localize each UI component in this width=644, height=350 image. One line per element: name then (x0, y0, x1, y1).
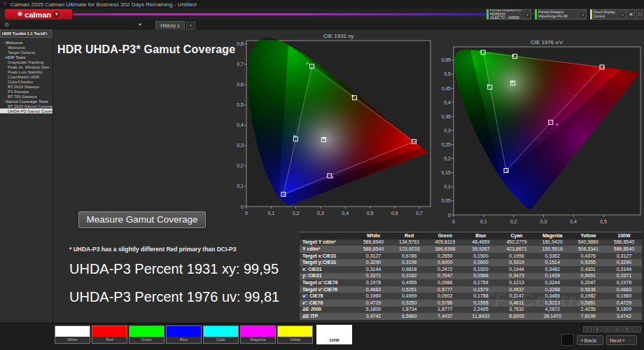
table-cell: 0,5355 (570, 259, 606, 266)
measured-point-magenta (556, 123, 558, 125)
table-row-label: v': CIE76 (300, 300, 356, 307)
calman-logo-button[interactable]: ✳ calman ▾ (5, 9, 72, 20)
sidebar-item-peak-vs-window-size[interactable]: Peak vs. Window Size (0, 64, 52, 69)
table-column-header: Yellow (570, 232, 606, 239)
next-button[interactable]: Next ▸ (606, 335, 637, 345)
table-cell: 0,1754 (463, 279, 498, 286)
tab-history-1[interactable]: History 1 (155, 21, 185, 29)
calman-logo-icon: ✳ (18, 11, 23, 18)
sidebar-item-p3-sweeps[interactable]: P3 Sweeps (0, 89, 52, 94)
table-cell: 0,3290 (356, 259, 391, 266)
pattern-swatch-green[interactable]: Green (129, 326, 164, 344)
device-dropdown-icon[interactable]: ▾ (620, 13, 625, 18)
header-bar: ✳ calman ▾ Portrait Displays C6 HDR5000O… (0, 8, 644, 20)
sidebar-item-colorchecker[interactable]: ColorChecker (0, 79, 52, 84)
x-tick-label: 0,3 (540, 219, 547, 224)
y-tick-label: 0,55 (441, 57, 451, 62)
device-dropdown-icon[interactable]: ▾ (525, 13, 530, 18)
table-cell: 0,1996 (499, 253, 535, 260)
sidebar-item-bt-2020-gamut-coverage[interactable]: BT.2020 Gamut Coverage (0, 104, 52, 108)
sidebar-item-colormatch-hdr[interactable]: ColorMatch HDR (0, 74, 52, 79)
y-tick-label: 0,05 (441, 198, 451, 203)
table-cell: 0,1514 (535, 259, 570, 266)
table-row-label: Target x:CIE31 (300, 253, 356, 260)
table-cell: 0,1788 (463, 293, 498, 300)
swatch-label: Red (92, 337, 127, 343)
table-cell: 181,0420 (535, 239, 570, 246)
table-cell: 0,1960 (356, 293, 391, 300)
table-cell: 0,1978 (356, 279, 391, 286)
sidebar-section[interactable]: - HDR Tests (0, 55, 52, 59)
pattern-swatch-red[interactable]: Red (92, 326, 127, 344)
table-cell: 0,3371 (606, 273, 642, 280)
swatch-color-block (278, 326, 312, 337)
measure-gamut-coverage-button[interactable]: Measure Gamut Coverage (78, 211, 206, 228)
mini-toolbar-button-2[interactable]: ▸ (593, 326, 602, 332)
pattern-swatch-white[interactable]: White (55, 326, 90, 344)
x-tick-label: 0 (452, 219, 455, 224)
sidebar-section[interactable]: - Gamut Coverage Tests (0, 99, 52, 104)
device-button-1[interactable]: Portrait Displays C6 HDR5000OLED TV - (W… (486, 9, 531, 20)
x-tick-label: 0,6 (391, 211, 398, 216)
sidebar-item-bt-709-sweeps[interactable]: BT.709 Sweeps (0, 94, 52, 99)
screenshot-icon-button[interactable]: ▣ (627, 9, 635, 20)
table-cell: 7,8196 (570, 313, 606, 320)
table-cell: 0,3144 (356, 266, 391, 273)
sidebar-item-bt-2020-sweeps[interactable]: BT.2020 Sweeps (0, 84, 52, 89)
table-cell: 0,3127 (356, 253, 391, 260)
table-row-label: Target u':CIE76 (300, 279, 356, 286)
table-row-label: Target v':CIE76 (300, 286, 356, 293)
mini-toolbar-button-1[interactable]: ▫ (583, 326, 592, 332)
table-row-label: ΔE ITP (300, 313, 356, 320)
y-tick-label: 0,5 (444, 71, 451, 76)
device-button-3[interactable]: Direct Display Control▾ (590, 9, 626, 20)
table-cell: 5,1809 (356, 307, 391, 314)
pattern-swatch-100w[interactable]: 100W (316, 325, 352, 344)
table-cell: 0,7047 (427, 273, 463, 280)
table-cell: 0,1439 (535, 273, 570, 280)
table-cell: 0,2047 (570, 279, 606, 286)
mini-toolbar-button-4[interactable]: ▭ (612, 326, 622, 332)
layout-icon-button[interactable]: ◫ (636, 9, 643, 20)
sidebar-item-welcome[interactable]: Welcome (0, 45, 52, 50)
tab-nav-back-icon[interactable]: ◄ (137, 22, 142, 27)
sidebar-item-grayscale-tracking[interactable]: Grayscale Tracking (0, 59, 52, 64)
table-cell: 6,5860 (391, 313, 427, 320)
back-button[interactable]: ◂ Back (577, 335, 603, 345)
mini-toolbar-button-6[interactable]: ◦ (632, 326, 641, 332)
device-button-line1: Direct Display Control (594, 10, 620, 18)
table-cell: 0,1944 (499, 266, 535, 273)
pattern-swatch-magenta[interactable]: Magenta (240, 326, 276, 344)
sidebar-item-peak-lum-stability[interactable]: Peak Lum Stability (0, 69, 52, 74)
add-tab-button[interactable]: + (186, 22, 195, 29)
mini-toolbar-button-5[interactable]: ⟳ (622, 326, 631, 332)
uhda-p3-footnote: * UHDA-P3 has a slightly different Red p… (69, 246, 237, 253)
pattern-swatch-yellow[interactable]: Yellow (277, 326, 313, 344)
mini-toolbar: ▫ ▸ ◻ ▭ ⟳ ◦ (583, 326, 641, 332)
table-column-header: 100W (606, 232, 642, 239)
mini-toolbar-button-3[interactable]: ◻ (603, 326, 612, 332)
sidebar-item-uhda-p3-gamut-coverage[interactable]: UHDA-P3 Gamut Coverage (0, 108, 52, 113)
pattern-preview-button[interactable] (561, 334, 574, 346)
cie-1976-chart: CIE 1976 u'v' 00,10,20,30,40,500,050,10,… (438, 38, 644, 232)
y-tick-label: 0,1 (237, 183, 244, 188)
table-cell: 0,4537 (499, 286, 535, 293)
table-cell: 0,4729 (356, 300, 391, 307)
x-tick-label: 0,2 (293, 211, 300, 216)
device-button-2[interactable]: Portrait Displays VideoForge Pro 8K▾ (535, 9, 587, 20)
y-tick-label: 0,7 (237, 62, 244, 66)
pattern-swatch-blue[interactable]: Blue (166, 326, 202, 344)
pattern-swatch-cyan[interactable]: Cyan (203, 326, 239, 344)
table-cell: 0,3482 (535, 266, 570, 273)
sidebar-item-target-options[interactable]: Target Options (0, 50, 52, 55)
device-dropdown-icon[interactable]: ▾ (580, 13, 585, 18)
logo-dropdown-icon[interactable]: ▾ (53, 11, 59, 18)
sidebar-section[interactable]: - Welcome (0, 40, 52, 45)
table-column-header: Green (427, 232, 463, 239)
table-cell: 0,5636 (570, 286, 606, 293)
table-cell: 0,5786 (427, 300, 463, 307)
swatch-label: Magenta (241, 337, 275, 343)
cie-1931-plot: 00,10,20,30,40,50,60,700,10,20,30,40,50,… (231, 32, 434, 220)
table-column-header: Cyan (499, 232, 535, 239)
settings-gear-icon[interactable]: ⚙ (4, 22, 9, 28)
